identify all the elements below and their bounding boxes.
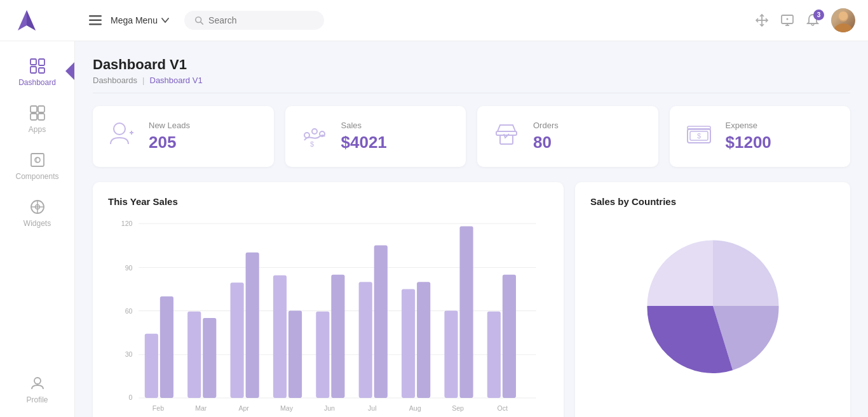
svg-text:Mar: Mar [195, 404, 207, 411]
sidebar-item-components[interactable]: C Components [0, 142, 74, 189]
sidebar-item-components-label: Components [15, 172, 58, 181]
svg-text:Oct: Oct [498, 404, 508, 411]
svg-rect-19 [39, 68, 44, 73]
new-leads-label: New Leads [149, 121, 190, 130]
logo-area [13, 6, 83, 34]
svg-rect-71 [487, 312, 501, 398]
svg-text:Jul: Jul [368, 404, 377, 411]
svg-text:Apr: Apr [238, 404, 249, 411]
svg-text:0: 0 [129, 394, 133, 401]
svg-rect-20 [31, 106, 37, 112]
page-title: Dashboard V1 [93, 56, 850, 73]
sidebar-item-widgets[interactable]: Widgets [0, 189, 74, 235]
orders-label: Orders [533, 121, 559, 130]
search-icon [194, 15, 203, 25]
widgets-icon [29, 199, 46, 215]
move-icon-button[interactable] [755, 13, 769, 27]
notification-badge: 3 [813, 10, 824, 20]
apps-icon [29, 105, 46, 121]
stat-card-new-leads: New Leads 205 [93, 106, 274, 167]
svg-rect-21 [38, 106, 44, 112]
stat-card-expense: $ Expense $1200 [670, 106, 851, 167]
svg-text:Aug: Aug [409, 404, 421, 411]
svg-rect-18 [39, 59, 44, 65]
svg-rect-68 [417, 282, 430, 398]
svg-text:$: $ [309, 140, 313, 148]
svg-text:$: $ [696, 132, 700, 140]
stat-cards: New Leads 205 $ Sales $4021 [93, 106, 850, 167]
search-input[interactable] [208, 15, 314, 25]
user-avatar[interactable] [831, 8, 855, 32]
svg-rect-2 [89, 15, 102, 17]
chevron-down-icon [161, 18, 169, 23]
sales-info: Sales $4021 [341, 121, 387, 152]
bar-chart-svg: 120 90 60 30 0 [108, 217, 548, 417]
sales-icon: $ [299, 120, 330, 153]
svg-rect-72 [503, 275, 516, 398]
breadcrumb-dashboards: Dashboards [93, 76, 137, 85]
breadcrumb-separator: | [142, 76, 144, 85]
avatar-silhouette [831, 8, 855, 32]
hamburger-button[interactable] [89, 15, 102, 25]
svg-rect-64 [331, 275, 344, 398]
stat-card-orders: Orders 80 [477, 106, 658, 167]
sales-label: Sales [341, 121, 387, 130]
svg-rect-66 [374, 245, 388, 398]
svg-rect-70 [459, 226, 473, 397]
topnav-right: 3 [755, 8, 855, 32]
hamburger-icon [89, 15, 102, 25]
sidebar-item-profile[interactable]: Profile [0, 365, 74, 417]
breadcrumb-divider [93, 93, 850, 93]
sidebar-item-profile-label: Profile [26, 395, 48, 404]
app-logo-icon [13, 6, 41, 34]
svg-rect-17 [31, 59, 36, 65]
svg-rect-61 [273, 275, 287, 398]
pie-chart-container [590, 217, 835, 395]
svg-point-14 [834, 23, 852, 32]
svg-point-36 [312, 129, 317, 134]
screen-icon-button[interactable] [780, 13, 794, 27]
svg-text:90: 90 [125, 263, 133, 271]
topnav: Mega Menu [0, 0, 868, 41]
sidebar-item-dashboard-label: Dashboard [18, 78, 56, 87]
notification-button[interactable]: 3 [806, 13, 820, 27]
sidebar-item-dashboard[interactable]: Dashboard [0, 48, 74, 95]
svg-rect-22 [31, 114, 37, 120]
svg-rect-4 [89, 23, 102, 25]
profile-icon [29, 375, 46, 392]
mega-menu-button[interactable]: Mega Menu [111, 15, 169, 25]
svg-rect-3 [89, 20, 102, 22]
sidebar: Dashboard Apps C Components [0, 41, 75, 417]
svg-rect-55 [145, 334, 158, 398]
svg-text:60: 60 [125, 307, 133, 314]
dashboard-icon [29, 58, 46, 74]
orders-info: Orders 80 [533, 121, 559, 152]
svg-point-32 [114, 123, 125, 135]
breadcrumb-current: Dashboard V1 [150, 76, 203, 85]
mega-menu-label: Mega Menu [111, 15, 158, 25]
svg-rect-65 [359, 282, 372, 398]
new-leads-value: 205 [149, 133, 190, 152]
charts-row: This Year Sales 120 90 60 30 [93, 182, 850, 417]
svg-rect-56 [160, 296, 173, 398]
sidebar-item-apps-label: Apps [29, 125, 46, 134]
svg-text:Feb: Feb [153, 404, 164, 411]
bar-chart-card: This Year Sales 120 90 60 30 [93, 182, 564, 417]
svg-rect-57 [187, 312, 201, 398]
expense-icon: $ [684, 120, 714, 153]
svg-rect-60 [246, 253, 259, 398]
main-layout: Dashboard Apps C Components [0, 41, 868, 417]
new-leads-icon [107, 120, 137, 153]
orders-icon [491, 120, 522, 153]
sales-value: $4021 [341, 133, 387, 152]
pie-chart-card: Sales by Countries [575, 182, 850, 417]
svg-point-12 [787, 18, 789, 20]
components-icon: C [29, 152, 46, 168]
svg-marker-1 [27, 10, 36, 30]
expense-info: Expense $1200 [726, 121, 771, 152]
search-box[interactable] [184, 11, 324, 30]
sidebar-item-apps[interactable]: Apps [0, 95, 74, 142]
pie-chart-svg [640, 233, 786, 379]
svg-text:Sep: Sep [452, 404, 464, 411]
breadcrumb-section: Dashboard V1 Dashboards | Dashboard V1 [93, 56, 850, 93]
